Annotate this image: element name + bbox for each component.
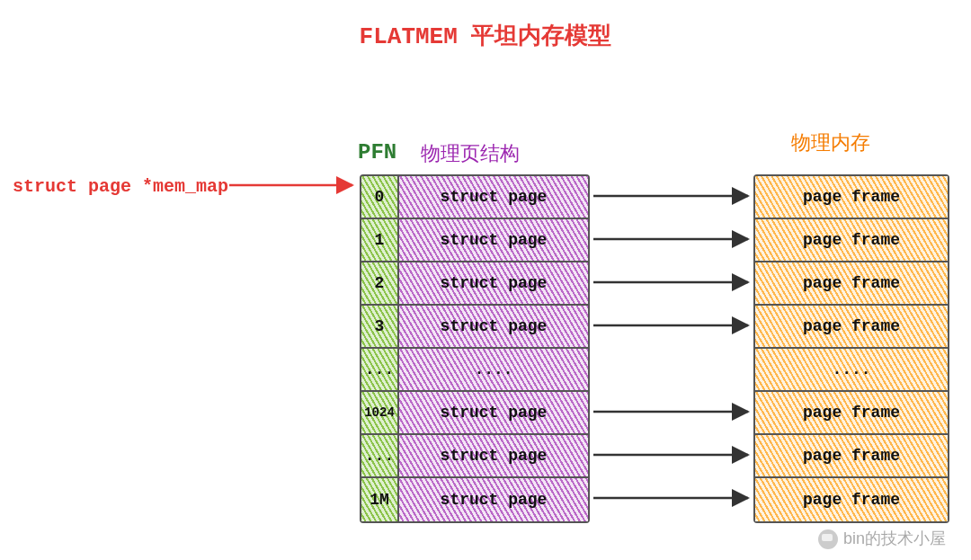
page-frame-cell: page frame [755,435,948,478]
pfn-cell: 3 [361,306,399,349]
table-row: page frame [755,478,948,521]
table-row: 1struct page [361,219,588,262]
struct-page-cell: .... [399,349,588,392]
watermark: bin的技术小屋 [818,528,946,549]
struct-page-cell: struct page [399,392,588,435]
mem-map-pointer-label: struct page *mem_map [13,176,228,197]
struct-page-cell: struct page [399,435,588,478]
column-header-memory: 物理内存 [791,129,870,156]
table-row: 2struct page [361,262,588,306]
table-row: page frame [755,435,948,478]
page-frame-cell: .... [755,349,948,392]
table-row: 1Mstruct page [361,478,588,521]
struct-page-cell: struct page [399,176,588,219]
pfn-cell: 1024 [361,392,399,435]
pfn-cell: ... [361,349,399,392]
pfn-cell: 1 [361,219,399,262]
table-row: 1024struct page [361,392,588,435]
physical-memory-table: page framepage framepage framepage frame… [753,174,949,523]
page-frame-cell: page frame [755,219,948,262]
pfn-cell: ... [361,435,399,478]
pfn-cell: 2 [361,262,399,306]
table-row: 0struct page [361,176,588,219]
struct-page-cell: struct page [399,219,588,262]
page-frame-cell: page frame [755,478,948,521]
table-row: ...struct page [361,435,588,478]
struct-page-cell: struct page [399,306,588,349]
table-row: .... [755,349,948,392]
column-header-struct: 物理页结构 [421,140,520,167]
page-frame-cell: page frame [755,176,948,219]
pfn-cell: 0 [361,176,399,219]
table-row: page frame [755,392,948,435]
column-header-pfn: PFN [358,140,396,164]
pfn-cell: 1M [361,478,399,521]
wechat-icon [818,529,838,549]
struct-page-cell: struct page [399,262,588,306]
table-row: ....... [361,349,588,392]
page-frame-cell: page frame [755,392,948,435]
table-row: page frame [755,262,948,306]
table-row: page frame [755,306,948,349]
mem-map-array-table: 0struct page1struct page2struct page3str… [360,174,590,523]
table-row: 3struct page [361,306,588,349]
page-frame-cell: page frame [755,262,948,306]
table-row: page frame [755,219,948,262]
struct-page-cell: struct page [399,478,588,521]
diagram-title: FLATMEM 平坦内存模型 [360,20,612,51]
page-frame-cell: page frame [755,306,948,349]
table-row: page frame [755,176,948,219]
